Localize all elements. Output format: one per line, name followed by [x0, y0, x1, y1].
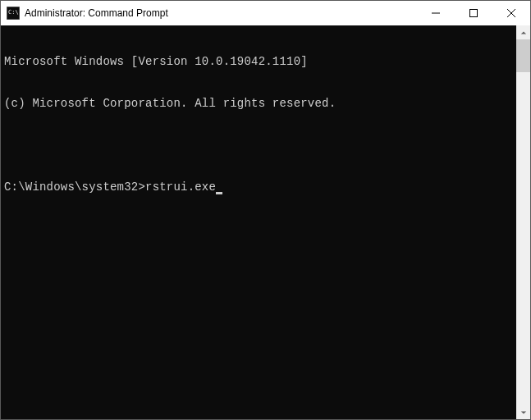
- chevron-up-icon: [520, 30, 527, 36]
- window-controls: [417, 1, 530, 25]
- close-button[interactable]: [492, 1, 530, 25]
- terminal-line: (c) Microsoft Corporation. All rights re…: [4, 97, 515, 111]
- vertical-scrollbar[interactable]: [516, 25, 530, 419]
- scroll-up-button[interactable]: [516, 25, 530, 39]
- terminal-prompt-line: C:\Windows\system32>rstrui.exe: [4, 180, 515, 194]
- terminal-blank-line: [4, 139, 515, 153]
- terminal-cursor: [216, 192, 222, 194]
- cmd-icon: C:\: [7, 7, 20, 20]
- minimize-icon: [432, 9, 440, 17]
- minimize-button[interactable]: [417, 1, 455, 25]
- terminal-command: rstrui.exe: [145, 180, 216, 194]
- cursor-wrap: [216, 180, 222, 194]
- content-area: Microsoft Windows [Version 10.0.19042.11…: [1, 25, 530, 419]
- maximize-icon: [469, 9, 478, 17]
- terminal-prompt: C:\Windows\system32>: [4, 180, 145, 194]
- command-prompt-window: C:\ Administrator: Command Prompt: [0, 0, 531, 420]
- close-icon: [507, 9, 515, 17]
- terminal-output[interactable]: Microsoft Windows [Version 10.0.19042.11…: [1, 25, 516, 419]
- scroll-track[interactable]: [516, 39, 530, 405]
- window-title: Administrator: Command Prompt: [25, 7, 417, 19]
- maximize-button[interactable]: [455, 1, 492, 25]
- svg-text:C:\: C:\: [8, 9, 19, 16]
- terminal-line: Microsoft Windows [Version 10.0.19042.11…: [4, 55, 515, 69]
- chevron-down-icon: [520, 409, 527, 416]
- scroll-down-button[interactable]: [516, 405, 530, 419]
- scroll-thumb[interactable]: [516, 39, 530, 72]
- titlebar[interactable]: C:\ Administrator: Command Prompt: [1, 1, 530, 25]
- svg-rect-3: [470, 10, 478, 17]
